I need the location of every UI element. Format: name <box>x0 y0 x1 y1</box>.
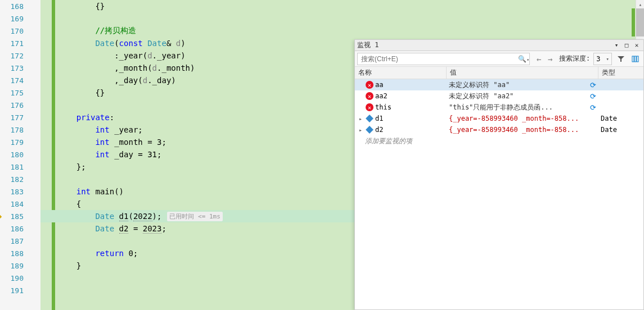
dropdown-button[interactable]: ▾ <box>612 41 621 50</box>
code-line[interactable]: //拷贝构造 <box>40 25 636 37</box>
gutter-line: 181 <box>0 161 40 173</box>
gutter-line: ◆185 <box>0 210 40 222</box>
watch-value-text: {_year=-858993460 _month=-858... <box>449 126 579 134</box>
svg-rect-2 <box>637 56 638 62</box>
watch-value-text: "this"只能用于非静态成员函... <box>449 103 553 112</box>
line-number: 179 <box>0 138 28 147</box>
line-number: 182 <box>0 175 28 184</box>
line-number: 188 <box>0 249 28 258</box>
watch-panel-titlebar[interactable]: 监视 1 ▾ □ ✕ <box>355 40 643 51</box>
watch-value-text: 未定义标识符 "aa2" <box>449 92 514 101</box>
expand-toggle[interactable]: ▸ <box>357 127 364 133</box>
watch-table-headers: 名称 值 类型 <box>355 67 643 79</box>
header-type[interactable]: 类型 <box>598 67 643 79</box>
gutter-line: 184 <box>0 198 40 210</box>
watch-name-cell: ✕aa <box>355 81 447 89</box>
timing-hint: 已用时间 <= 1ms <box>167 212 222 221</box>
line-number: 169 <box>0 15 28 23</box>
header-value[interactable]: 值 <box>447 67 598 79</box>
watch-table-body: ✕aa未定义标识符 "aa"⟳✕aa2未定义标识符 "aa2"⟳✕this"th… <box>355 79 643 309</box>
line-number: 186 <box>0 225 28 233</box>
execution-pointer-icon: ◆ <box>0 212 2 220</box>
gutter-line: 180 <box>0 148 40 161</box>
watch-value-text: 未定义标识符 "aa" <box>449 80 510 90</box>
error-icon: ✕ <box>366 103 373 111</box>
scroll-thumb[interactable] <box>636 8 644 37</box>
line-number: 181 <box>0 163 28 171</box>
watch-type-cell: Date <box>598 115 643 122</box>
gutter-line: 186 <box>0 222 40 235</box>
gutter-line: 174 <box>0 74 40 86</box>
watch-toolbar: 🔍▾ ← → 搜索深度: 3 ▾ <box>355 51 643 67</box>
watch-name-cell: ▸d2 <box>355 126 447 134</box>
line-number: 185 <box>0 212 28 221</box>
watch-value-cell: "this"只能用于非静态成员函...⟳ <box>447 103 598 112</box>
error-icon: ✕ <box>366 92 373 100</box>
gutter-line: 179 <box>0 136 40 148</box>
close-button[interactable]: ✕ <box>632 41 641 50</box>
refresh-icon[interactable]: ⟳ <box>590 81 596 89</box>
gutter-line: 178 <box>0 124 40 136</box>
line-number: 173 <box>0 64 28 72</box>
titlebar-buttons: ▾ □ ✕ <box>612 41 641 50</box>
gutter-line: 176 <box>0 99 40 111</box>
line-number: 172 <box>0 52 28 60</box>
search-next-button[interactable]: → <box>544 53 556 65</box>
line-number: 183 <box>0 188 28 196</box>
watch-name-cell: ✕this <box>355 103 447 111</box>
search-nav-arrows: ← → <box>533 53 556 65</box>
watch-value-cell: {_year=-858993460 _month=-858... <box>447 115 598 122</box>
watch-name-text: this <box>375 103 391 111</box>
code-line[interactable]: {} <box>40 0 636 12</box>
watch-row[interactable]: ▸d1{_year=-858993460 _month=-858...Date <box>355 113 643 124</box>
depth-select[interactable]: 3 ▾ <box>593 53 612 65</box>
maximize-button[interactable]: □ <box>622 41 631 50</box>
refresh-icon[interactable]: ⟳ <box>590 92 596 101</box>
line-number: 170 <box>0 27 28 35</box>
gutter-line: 177 <box>0 111 40 124</box>
gutter-line: 171− <box>0 37 40 49</box>
expand-toggle[interactable]: ▸ <box>357 116 364 122</box>
refresh-icon[interactable]: ⟳ <box>590 103 596 112</box>
gutter-line: 173 <box>0 62 40 74</box>
search-input[interactable] <box>358 53 518 65</box>
gutter-line: 175 <box>0 86 40 99</box>
watch-name-cell: ✕aa2 <box>355 92 447 100</box>
code-line[interactable] <box>40 12 636 25</box>
search-box: 🔍▾ <box>357 53 530 65</box>
line-number: 168 <box>0 2 28 11</box>
watch-row[interactable]: ▸d2{_year=-858993460 _month=-858...Date <box>355 124 643 135</box>
watch-name-text: d1 <box>375 115 383 122</box>
line-number: 175 <box>0 89 28 97</box>
header-name[interactable]: 名称 <box>355 67 447 79</box>
line-number: 180 <box>0 151 28 159</box>
watch-value-text: {_year=-858993460 _month=-858... <box>449 115 579 122</box>
filter-icon[interactable] <box>615 53 627 65</box>
watch-name-text: aa2 <box>375 92 388 100</box>
watch-value-cell: 未定义标识符 "aa"⟳ <box>447 80 598 90</box>
watch-row[interactable]: ✕aa2未定义标识符 "aa2"⟳ <box>355 90 643 102</box>
gutter-line: 187 <box>0 235 40 247</box>
line-number: 178 <box>0 126 28 134</box>
search-prev-button[interactable]: ← <box>533 53 544 65</box>
svg-rect-1 <box>634 56 636 62</box>
gutter-line: 183− <box>0 185 40 198</box>
gutter-line: 190 <box>0 272 40 284</box>
svg-rect-0 <box>632 56 634 62</box>
watch-row[interactable]: ✕this"this"只能用于非静态成员函...⟳ <box>355 102 643 113</box>
line-number: 176 <box>0 101 28 110</box>
gutter-line: 189 <box>0 259 40 272</box>
watch-value-cell: 未定义标识符 "aa2"⟳ <box>447 92 598 101</box>
depth-label: 搜索深度: <box>559 54 590 63</box>
watch-row[interactable]: ✕aa未定义标识符 "aa"⟳ <box>355 79 643 90</box>
watch-add-row[interactable]: 添加要监视的项 <box>355 135 643 147</box>
gutter-line: 191 <box>0 284 40 297</box>
scroll-up-button[interactable]: ▴ <box>636 0 644 8</box>
line-number: 171 <box>0 39 28 48</box>
search-icon[interactable]: 🔍▾ <box>518 55 529 63</box>
object-icon <box>366 115 373 122</box>
columns-icon[interactable] <box>630 53 641 65</box>
depth-value: 3 <box>596 55 600 63</box>
watch-panel-title: 监视 1 <box>357 40 612 50</box>
gutter-line: 168 <box>0 0 40 12</box>
